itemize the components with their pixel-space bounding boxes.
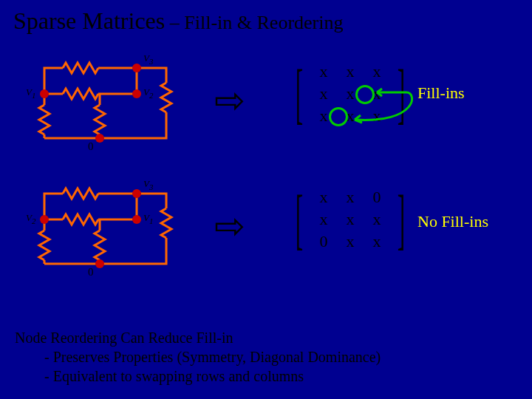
svg-point-2 bbox=[132, 64, 141, 72]
m2-r2c1: x bbox=[337, 231, 364, 253]
svg-point-4 bbox=[40, 215, 49, 224]
circuit-1: V1 V2 V3 0 bbox=[22, 50, 192, 153]
page-title: Sparse Matrices – Fill-in & Reordering bbox=[0, 0, 532, 35]
m1-r0c0: x bbox=[310, 61, 337, 83]
c2-v1: V2 bbox=[26, 212, 35, 225]
label-fillins: Fill-ins bbox=[417, 83, 465, 103]
svg-point-5 bbox=[132, 215, 141, 224]
m2-r1c2: x bbox=[364, 208, 390, 231]
m2-r2c0: 0 bbox=[310, 231, 337, 253]
svg-point-1 bbox=[132, 89, 141, 98]
m2-r1c1: x bbox=[337, 208, 364, 231]
m2-r2c2: x bbox=[364, 231, 390, 253]
lbracket-icon-2: [ bbox=[296, 186, 303, 253]
fillins-arrow-svg bbox=[340, 86, 421, 138]
diagram-area: V1 V2 V3 0 ⇨ [ x x x x x x x x x ] Fill-… bbox=[0, 35, 532, 308]
m1-r0c1: x bbox=[337, 61, 364, 83]
svg-point-7 bbox=[95, 259, 104, 268]
svg-point-0 bbox=[40, 89, 49, 98]
m2-r0c1: x bbox=[337, 186, 364, 208]
arrow-2: ⇨ bbox=[214, 205, 245, 248]
matrix-2: [ x x 0 x x x 0 x x ] bbox=[288, 186, 412, 253]
c1-v2: V2 bbox=[143, 86, 153, 100]
c1-gnd: 0 bbox=[88, 140, 94, 153]
m2-r1c0: x bbox=[310, 208, 337, 231]
title-main: Sparse Matrices bbox=[13, 7, 165, 34]
bottom-line3: - Equivalent to swapping rows and column… bbox=[15, 366, 381, 386]
svg-point-6 bbox=[132, 189, 141, 198]
c2-v3: V3 bbox=[143, 178, 153, 191]
m1-r0c2: x bbox=[364, 61, 390, 83]
rbracket-icon-2: ] bbox=[398, 186, 405, 253]
title-sub: Fill-in & Reordering bbox=[184, 12, 343, 33]
lbracket-icon: [ bbox=[296, 61, 303, 127]
c1-v3: V3 bbox=[143, 52, 153, 66]
m2-r0c2: 0 bbox=[364, 186, 390, 208]
title-sep: – bbox=[165, 12, 184, 33]
bottom-line2: - Preserves Properties (Symmetry, Diagon… bbox=[15, 347, 381, 366]
matrix-2-grid: x x 0 x x x 0 x x bbox=[310, 186, 390, 253]
label-nofillins: No Fill-ins bbox=[417, 212, 488, 231]
m1-r1c0: x bbox=[310, 83, 337, 105]
bottom-line1: Node Reordering Can Reduce Fill-in bbox=[15, 328, 381, 347]
svg-point-3 bbox=[95, 134, 104, 143]
circuit-1-svg bbox=[22, 50, 192, 168]
arrow-1: ⇨ bbox=[214, 79, 245, 122]
m2-r0c0: x bbox=[310, 186, 337, 208]
bottom-text: Node Reordering Can Reduce Fill-in - Pre… bbox=[15, 328, 381, 386]
circuit-2: V2 V1 V3 0 bbox=[22, 175, 192, 279]
c2-gnd: 0 bbox=[88, 266, 94, 279]
circuit-2-svg bbox=[22, 175, 192, 293]
c1-v1: V1 bbox=[26, 86, 35, 100]
c2-v2: V1 bbox=[143, 212, 153, 225]
